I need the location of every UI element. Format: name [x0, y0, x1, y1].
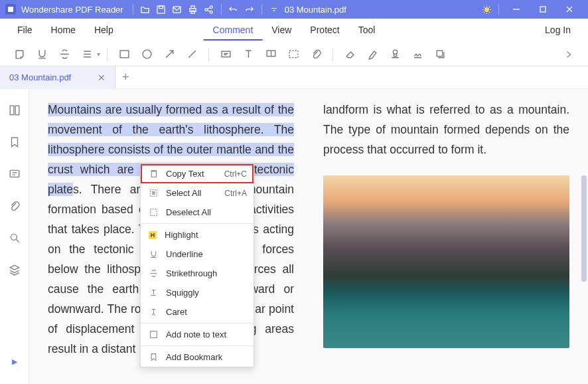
menu-item-copy-text[interactable]: Copy TextCtrl+C: [141, 164, 254, 183]
highlight-icon: H: [149, 231, 157, 239]
expand-sidebar-icon[interactable]: ▶: [5, 352, 24, 371]
document-title: 03 Mountain.pdf: [285, 5, 346, 15]
strikethrough-tool-icon[interactable]: [54, 45, 74, 64]
share-icon[interactable]: [201, 1, 217, 17]
close-window-button[interactable]: [556, 0, 583, 19]
signature-tool-icon[interactable]: [407, 45, 427, 64]
arrow-tool-icon[interactable]: [159, 45, 179, 64]
menu-item-squiggly[interactable]: Squiggly: [141, 283, 254, 302]
search-panel-icon[interactable]: [5, 229, 24, 247]
page-column-right: landform is what is referred to as a mou…: [323, 100, 569, 373]
note-tool-icon[interactable]: [9, 45, 29, 64]
minimize-button[interactable]: [503, 0, 530, 19]
chevron-down-icon[interactable]: ▾: [97, 50, 100, 58]
sidebar: ▶: [0, 89, 29, 384]
scrollbar-thumb[interactable]: [581, 175, 587, 282]
svg-rect-0: [157, 5, 165, 13]
theme-sun-icon[interactable]: [478, 1, 494, 17]
svg-rect-17: [437, 50, 443, 56]
svg-rect-22: [151, 171, 156, 177]
menu-item-label: Caret: [166, 307, 247, 317]
svg-rect-5: [191, 11, 195, 13]
menubar: File Home Help Comment View Protect Tool…: [0, 19, 588, 43]
menu-item-highlight[interactable]: HHighlight: [141, 225, 254, 244]
caret-icon: [149, 308, 158, 317]
svg-rect-20: [10, 170, 19, 177]
mail-icon[interactable]: [169, 1, 185, 17]
textbox-tool-icon[interactable]: [216, 45, 236, 64]
strike-icon: [149, 269, 158, 278]
svg-point-9: [484, 7, 488, 11]
callout-tool-icon[interactable]: [261, 45, 281, 64]
attachment-tool-icon[interactable]: [306, 45, 326, 64]
list-tool-icon[interactable]: [77, 45, 97, 64]
tab-add-button[interactable]: +: [115, 66, 135, 88]
body-text[interactable]: landform is what is referred to as a mou…: [323, 100, 569, 159]
svg-rect-24: [150, 209, 157, 216]
svg-point-6: [205, 8, 208, 11]
menu-help[interactable]: Help: [85, 21, 123, 41]
svg-rect-2: [173, 6, 181, 12]
tab-document[interactable]: 03 Mountain.pdf ✕: [0, 66, 115, 88]
tab-close-icon[interactable]: ✕: [98, 72, 106, 83]
menu-file[interactable]: File: [8, 21, 42, 41]
attachments-panel-icon[interactable]: [5, 197, 24, 215]
svg-point-21: [11, 234, 17, 240]
menu-separator: [141, 345, 254, 346]
stamp-tool-icon[interactable]: [385, 45, 405, 64]
svg-rect-1: [159, 5, 163, 8]
area-tool-icon[interactable]: [283, 45, 303, 64]
dropdown-icon[interactable]: [266, 1, 282, 17]
line-tool-icon[interactable]: [182, 45, 202, 64]
svg-rect-18: [10, 106, 14, 115]
more-tools-icon[interactable]: [559, 45, 579, 64]
menu-item-strikethrough[interactable]: Strikethrough: [141, 264, 254, 283]
menu-home[interactable]: Home: [42, 21, 85, 41]
svg-rect-25: [150, 332, 157, 338]
menu-item-label: Copy Text: [166, 169, 216, 179]
note-icon: [149, 330, 158, 339]
save-icon[interactable]: [153, 1, 169, 17]
redo-icon[interactable]: [242, 1, 257, 17]
svg-point-12: [143, 50, 151, 58]
menu-tool[interactable]: Tool: [349, 21, 385, 41]
svg-rect-19: [15, 106, 19, 115]
menu-item-caret[interactable]: Caret: [141, 302, 254, 322]
rectangle-tool-icon[interactable]: [114, 45, 134, 64]
undo-icon[interactable]: [226, 1, 242, 17]
circle-tool-icon[interactable]: [137, 45, 157, 64]
highlight-tool-icon[interactable]: [362, 45, 382, 64]
document-viewport[interactable]: Mountains are usually formed as a result…: [29, 89, 588, 384]
login-button[interactable]: Log In: [536, 21, 580, 41]
stack-tool-icon[interactable]: [430, 45, 450, 64]
print-icon[interactable]: [185, 1, 201, 17]
squiggly-icon: [149, 288, 158, 298]
tabbar: 03 Mountain.pdf ✕ +: [0, 66, 588, 89]
copy-icon: [149, 169, 158, 179]
deselect-icon: [149, 208, 158, 217]
menu-item-underline[interactable]: Underline: [141, 244, 254, 264]
underline-icon: [149, 250, 158, 259]
underline-tool-icon[interactable]: [32, 45, 52, 64]
menu-item-select-all[interactable]: Select AllCtrl+A: [141, 183, 254, 203]
select-all-icon: [149, 189, 158, 198]
menu-item-label: Add Bookmark: [166, 352, 247, 362]
open-folder-icon[interactable]: [137, 1, 153, 17]
menu-item-label: Underline: [166, 249, 247, 259]
menu-item-add-note-to-text[interactable]: Add note to text: [141, 325, 254, 344]
menu-protect[interactable]: Protect: [301, 21, 348, 41]
eraser-tool-icon[interactable]: [340, 45, 360, 64]
maximize-button[interactable]: [530, 0, 556, 19]
menu-view[interactable]: View: [262, 21, 301, 41]
menu-item-add-bookmark[interactable]: Add Bookmark: [141, 347, 254, 367]
menu-item-deselect-all[interactable]: Deselect All: [141, 203, 254, 222]
mountain-image: [323, 175, 569, 348]
thumbnails-panel-icon[interactable]: [5, 101, 24, 120]
menu-separator: [141, 223, 254, 224]
svg-point-7: [210, 5, 213, 8]
bookmarks-panel-icon[interactable]: [5, 133, 24, 151]
comments-panel-icon[interactable]: [5, 165, 24, 183]
menu-comment[interactable]: Comment: [204, 21, 263, 41]
layers-panel-icon[interactable]: [5, 260, 24, 279]
text-tool-icon[interactable]: [238, 45, 258, 64]
